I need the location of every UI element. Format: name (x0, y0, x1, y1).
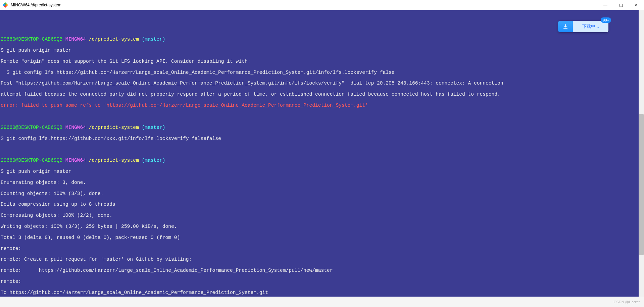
prompt-line: 29660@DESKTOP-CAB6SQB MINGW64 /d/predict… (1, 158, 643, 163)
bottom-bar: CSDN @Harzer (0, 297, 644, 307)
scrollbar-track[interactable] (639, 10, 644, 297)
cmd-line: $ git push origin master (1, 48, 643, 53)
download-widget[interactable]: 下载中... 99+ (558, 21, 608, 32)
output-line: Enumerating objects: 3, done. (1, 180, 643, 185)
output-line: Remote "origin" does not support the Git… (1, 59, 643, 64)
output-line: $ git config lfs.https://github.com/Harz… (1, 70, 643, 75)
download-badge: 99+ (601, 17, 611, 23)
titlebar: MINGW64:/d/predict-system — ▢ ✕ (0, 0, 644, 10)
output-line: Post "https://github.com/Harzerr/Large_s… (1, 81, 643, 86)
scrollbar-thumb[interactable] (639, 114, 644, 255)
error-line: error: failed to push some refs to 'http… (1, 103, 643, 108)
cmd-line: $ git push origin master (1, 169, 643, 174)
app-icon (3, 2, 8, 8)
maximize-button[interactable]: ▢ (613, 0, 629, 10)
output-line: Delta compression using up to 8 threads (1, 202, 643, 207)
watermark: CSDN @Harzer (614, 300, 640, 304)
output-line: Compressing objects: 100% (2/2), done. (1, 213, 643, 218)
output-line: To https://github.com/Harzerr/Large_scal… (1, 290, 643, 295)
output-line: remote: (1, 246, 643, 251)
window-title: MINGW64:/d/predict-system (11, 3, 61, 7)
output-line: remote: Create a pull request for 'maste… (1, 257, 643, 262)
output-line: remote: https://github.com/Harzerr/Large… (1, 268, 643, 273)
prompt-line: 29660@DESKTOP-CAB6SQB MINGW64 /d/predict… (1, 37, 643, 42)
cmd-line: $ git config lfs.https://github.com/xxx.… (1, 136, 643, 141)
close-button[interactable]: ✕ (629, 0, 644, 10)
output-line: Total 3 (delta 0), reused 0 (delta 0), p… (1, 235, 643, 240)
output-line: attempt failed because the connected par… (1, 92, 643, 97)
window-controls: — ▢ ✕ (598, 0, 644, 10)
output-line: Writing objects: 100% (3/3), 259 bytes |… (1, 224, 643, 229)
minimize-button[interactable]: — (598, 0, 613, 10)
terminal-content: 29660@DESKTOP-CAB6SQB MINGW64 /d/predict… (0, 15, 644, 297)
terminal[interactable]: 29660@DESKTOP-CAB6SQB MINGW64 /d/predict… (0, 10, 644, 297)
prompt-line: 29660@DESKTOP-CAB6SQB MINGW64 /d/predict… (1, 125, 643, 130)
output-line: Counting objects: 100% (3/3), done. (1, 191, 643, 196)
output-line: remote: (1, 279, 643, 284)
download-icon (558, 21, 573, 32)
